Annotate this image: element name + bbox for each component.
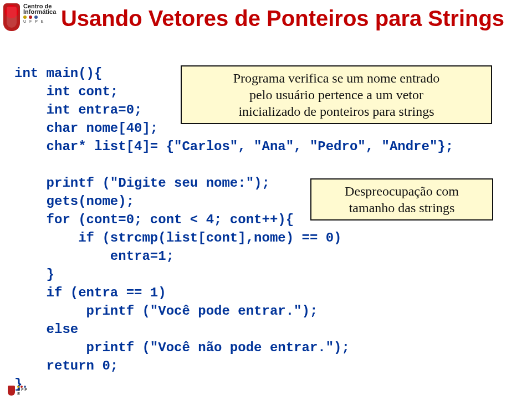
mini-logo-text: U F P E <box>17 384 30 396</box>
code-line: char* list[4]= {"Carlos", "Ana", "Pedro"… <box>14 139 453 154</box>
code-line: int main(){ <box>14 66 102 81</box>
code-line: else <box>14 322 78 337</box>
logo-sub-mini: U F P E <box>17 388 27 396</box>
code-line: if (strcmp(list[cont],nome) == 0) <box>14 230 342 245</box>
code-line: printf ("Digite seu nome:"); <box>14 176 270 191</box>
shield-icon <box>8 386 15 396</box>
code-line: char nome[40]; <box>14 121 158 136</box>
code-line: int cont; <box>14 84 118 99</box>
code-line: for (cont=0; cont < 4; cont++){ <box>14 212 294 227</box>
callout-line: Programa verifica se um nome entrado <box>190 70 483 86</box>
slide-title: Usando Vetores de Ponteiros para Strings <box>0 0 532 31</box>
callout-line: tamanho das strings <box>319 199 484 216</box>
code-line: return 0; <box>14 358 118 373</box>
code-line: } <box>14 267 54 282</box>
callout-line: inicializado de ponteiros para strings <box>190 103 483 120</box>
code-line: entra=1; <box>14 249 174 264</box>
callout-program-description: Programa verifica se um nome entrado pel… <box>181 65 492 124</box>
logo-bottom: U F P E <box>8 380 30 396</box>
code-line: printf ("Você não pode entrar."); <box>14 340 350 355</box>
callout-line: Despreocupação com <box>319 183 484 199</box>
code-line: int entra=0; <box>14 102 142 117</box>
code-line: printf ("Você pode entrar."); <box>14 304 318 319</box>
code-line: if (entra == 1) <box>14 285 166 300</box>
callout-line: pelo usuário pertence a um vetor <box>190 86 483 103</box>
callout-string-size: Despreocupação com tamanho das strings <box>310 178 493 220</box>
code-line: gets(nome); <box>14 194 134 209</box>
